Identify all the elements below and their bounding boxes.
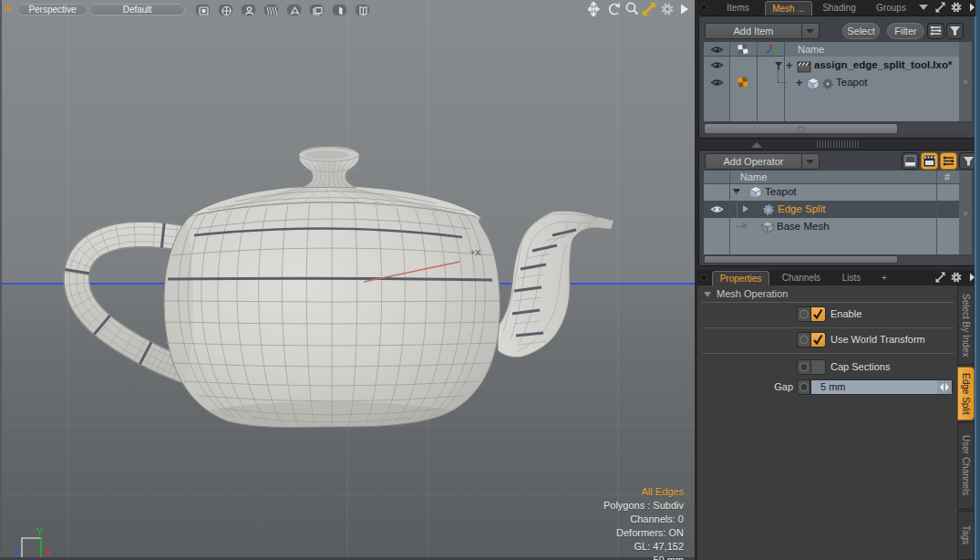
svg-text:X: X xyxy=(44,546,51,557)
svg-text:Z: Z xyxy=(14,546,20,557)
svg-text:+X: +X xyxy=(470,248,480,257)
svg-text:Y: Y xyxy=(36,526,44,537)
